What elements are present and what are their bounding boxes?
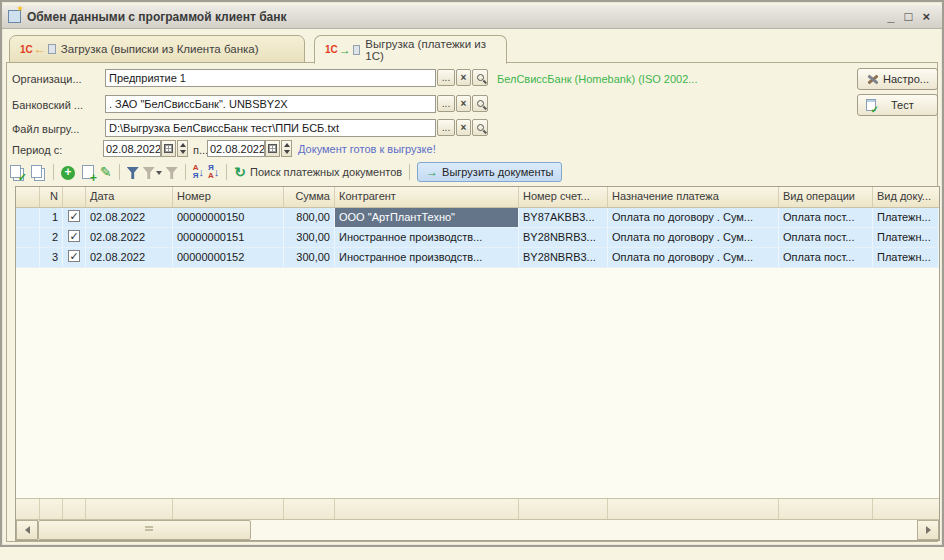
- cell-purpose[interactable]: Оплата по договору . Сум...: [608, 208, 779, 228]
- table-empty-area: [16, 268, 939, 498]
- table-row[interactable]: 3 ✓ 02.08.2022 00000000152 300,00 Иностр…: [16, 248, 939, 268]
- header-date[interactable]: Дата: [86, 187, 173, 207]
- header-operation[interactable]: Вид операции: [779, 187, 873, 207]
- row-checkbox[interactable]: ✓: [68, 230, 80, 242]
- window-title: Обмен данными с программой клиент банк: [27, 10, 287, 24]
- table-row[interactable]: 1 ✓ 02.08.2022 00000000150 800,00 ООО "А…: [16, 208, 939, 228]
- organization-open-button[interactable]: [472, 69, 488, 86]
- header-doc-type[interactable]: Вид доку...: [873, 187, 939, 207]
- period-from-spinner[interactable]: [177, 140, 188, 157]
- close-button[interactable]: ×: [922, 10, 930, 24]
- cell-contractor-selected[interactable]: ООО "АртПлантТехно": [335, 208, 519, 228]
- set-filter-icon[interactable]: [127, 167, 139, 179]
- row-checkbox[interactable]: ✓: [68, 210, 80, 222]
- period-to-input[interactable]: 02.08.2022: [207, 140, 265, 157]
- export-file-select-button[interactable]: ...: [437, 119, 455, 136]
- edit-pencil-icon[interactable]: ✎: [100, 164, 112, 180]
- spin-down-icon[interactable]: [180, 150, 186, 154]
- sort-asc-icon[interactable]: АЯ↓: [193, 164, 204, 180]
- bank-account-input[interactable]: . ЗАО "БелСвиссБанк". UNBSBY2X: [105, 95, 436, 113]
- triangle-left-icon: [25, 526, 30, 534]
- period-from-label: Период с:: [12, 144, 62, 156]
- scrollbar-thumb[interactable]: [38, 520, 251, 540]
- document-check-icon: [866, 99, 876, 111]
- cell-account[interactable]: BY87AKBB3...: [519, 208, 608, 228]
- cell-operation[interactable]: Оплата пост...: [779, 248, 873, 268]
- bank-account-open-button[interactable]: [472, 95, 488, 112]
- bank-info-text: БелСвиссБанк (Homebank) (ISO 2002...: [497, 73, 698, 85]
- spin-up-icon[interactable]: [180, 143, 186, 147]
- horizontal-scrollbar[interactable]: [16, 519, 939, 540]
- tab-import[interactable]: 1С ← Загрузка (выписки из Клиента банка): [9, 35, 305, 63]
- settings-button[interactable]: Настро...: [857, 68, 938, 90]
- test-button[interactable]: Тест: [857, 94, 938, 116]
- minimize-button[interactable]: _: [887, 10, 894, 24]
- export-file-input[interactable]: D:\Выгрузка БелСвиссБанк тест\ППИ БСБ.tx…: [105, 119, 436, 137]
- cell-number[interactable]: 00000000151: [173, 228, 284, 248]
- search-payments-button[interactable]: ↻ Поиск платежных документов: [234, 165, 402, 179]
- cell-doc-type[interactable]: Платежн...: [873, 228, 939, 248]
- cell-number[interactable]: 00000000150: [173, 208, 284, 228]
- deselect-all-icon[interactable]: [29, 164, 46, 181]
- cell-sum[interactable]: 800,00: [284, 208, 335, 228]
- arrow-right-icon: →: [339, 43, 351, 57]
- cell-contractor[interactable]: Иностранное производств...: [335, 248, 519, 268]
- tab-export[interactable]: 1С → Выгрузка (платежки из 1С): [314, 35, 507, 64]
- period-from-input[interactable]: 02.08.2022: [103, 140, 161, 157]
- spin-up-icon[interactable]: [284, 143, 290, 147]
- cell-number[interactable]: 00000000152: [173, 248, 284, 268]
- export-documents-button[interactable]: → Выгрузить документы: [417, 162, 562, 182]
- filter-menu-icon[interactable]: [143, 165, 162, 179]
- cell-date[interactable]: 02.08.2022: [86, 208, 173, 228]
- select-all-icon[interactable]: [8, 164, 25, 181]
- table-row[interactable]: 2 ✓ 02.08.2022 00000000151 300,00 Иностр…: [16, 228, 939, 248]
- row-checkbox[interactable]: ✓: [68, 250, 80, 262]
- scroll-right-button[interactable]: [917, 520, 939, 540]
- table-footer-row: [16, 498, 939, 519]
- cell-operation[interactable]: Оплата пост...: [779, 208, 873, 228]
- cell-contractor[interactable]: Иностранное производств...: [335, 228, 519, 248]
- cell-operation[interactable]: Оплата пост...: [779, 228, 873, 248]
- header-account[interactable]: Номер счет...: [519, 187, 608, 207]
- scroll-left-button[interactable]: [16, 520, 38, 540]
- cell-sum[interactable]: 300,00: [284, 228, 335, 248]
- header-purpose[interactable]: Назначение платежа: [608, 187, 779, 207]
- cell-doc-type[interactable]: Платежн...: [873, 208, 939, 228]
- tab-import-label: Загрузка (выписки из Клиента банка): [61, 43, 259, 55]
- header-contractor[interactable]: Контрагент: [335, 187, 519, 207]
- export-file-label: Файл выгру...: [12, 123, 79, 135]
- maximize-button[interactable]: □: [905, 10, 913, 24]
- cell-purpose[interactable]: Оплата по договору . Сум...: [608, 228, 779, 248]
- organization-clear-button[interactable]: ×: [456, 69, 471, 86]
- add-icon[interactable]: +: [61, 166, 75, 180]
- scrollbar-track[interactable]: [251, 520, 917, 540]
- copy-add-icon[interactable]: [79, 164, 96, 181]
- organization-select-button[interactable]: ...: [437, 69, 455, 86]
- magnifier-icon: [477, 100, 484, 107]
- tab-export-label: Выгрузка (платежки из 1С): [365, 38, 496, 62]
- bank-account-clear-button[interactable]: ×: [456, 95, 471, 112]
- period-to-spinner[interactable]: [281, 140, 292, 157]
- cell-doc-type[interactable]: Платежн...: [873, 248, 939, 268]
- cell-purpose[interactable]: Оплата по договору . Сум...: [608, 248, 779, 268]
- cell-account[interactable]: BY28NBRB3...: [519, 228, 608, 248]
- header-checkbox[interactable]: [63, 187, 86, 207]
- table-toolbar: + ✎ АЯ↓ ЯА↓ ↻ Поиск платежных документов…: [8, 161, 933, 183]
- clear-filter-icon[interactable]: [166, 167, 178, 179]
- spin-down-icon[interactable]: [284, 150, 290, 154]
- bank-account-select-button[interactable]: ...: [437, 95, 455, 112]
- cell-account[interactable]: BY28NBRB3...: [519, 248, 608, 268]
- export-file-clear-button[interactable]: ×: [456, 119, 471, 136]
- header-sum[interactable]: Сумма: [284, 187, 335, 207]
- header-number[interactable]: Номер: [173, 187, 284, 207]
- period-to-calendar-button[interactable]: [265, 140, 280, 157]
- export-file-open-button[interactable]: [472, 119, 488, 136]
- cell-date[interactable]: 02.08.2022: [86, 228, 173, 248]
- cell-date[interactable]: 02.08.2022: [86, 248, 173, 268]
- header-n[interactable]: N: [40, 187, 63, 207]
- sort-desc-icon[interactable]: ЯА↓: [208, 164, 219, 180]
- cell-sum[interactable]: 300,00: [284, 248, 335, 268]
- period-from-calendar-button[interactable]: [161, 140, 176, 157]
- row-index: 1: [40, 208, 63, 228]
- organization-input[interactable]: Предприятие 1: [105, 69, 436, 87]
